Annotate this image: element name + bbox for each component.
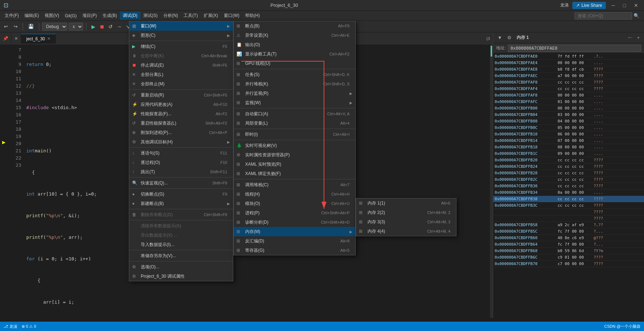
menu-build[interactable]: 生成(B) [100,12,120,20]
git-branch[interactable]: ⎇ 龙湍 [4,324,17,329]
win-locals[interactable]: ⊞ 局部变量(L) Alt+4 [234,118,355,128]
menu-edit[interactable]: 编辑(E) [22,12,42,20]
menu-toggle-bp[interactable]: ● 切换断点(G) F9 [129,189,233,199]
memory-row: 0x000000A7CBDFFAE07f fd ff ff .?.. [493,53,644,60]
win-call-stack[interactable]: ⊞ 调用堆栈(C) Alt+7 [234,180,355,189]
menu-step-out[interactable]: ↑ 跳出(T) Shift+F11 [129,167,233,176]
menu-project[interactable]: 项目(P) [80,12,100,20]
menu-stop-debug[interactable]: ⏹ 停止调试(E) Shift+F5 [129,61,233,70]
win-breakpoints[interactable]: ⊞ 断点(B) Alt+F9 [234,21,355,31]
close-tab[interactable]: ✕ [12,34,21,43]
menu-attach-process[interactable]: ⊕ 附加到进程(P)... Ctrl+Alt+P [129,128,233,137]
menu-tools[interactable]: 工具(T) [181,12,201,20]
step-over-button[interactable]: → [115,23,123,31]
menu-detach-all[interactable]: ✕ 全部分离(L) [129,70,233,79]
restart-button[interactable]: ↺ [107,23,114,31]
scroll-info: (3 [483,36,493,41]
menu-git[interactable]: Git(G) [62,12,80,19]
search-input[interactable] [575,12,632,19]
win-live-visual[interactable]: 🌲 实时可视化树(V) [234,141,355,150]
menu-apply-code[interactable]: ⚡ 应用代码更改(A) Alt+F10 [129,100,233,109]
win-autos[interactable]: ⊞ 自动窗口(A) Ctrl+Alt+V, A [234,109,355,118]
search-icon[interactable]: 🔍 [634,13,639,18]
win-diag-tools[interactable]: 📊 显示诊断工具(T) Ctrl+Alt+F2 [234,49,355,59]
win-gpu-threads[interactable]: ⊞ GPU 线程(U) [234,59,355,68]
memory-1[interactable]: ⊞ 内存 1(1) Alt+6 [356,198,456,208]
menu-test[interactable]: 测试(S) [140,12,161,20]
menu-graphics-item[interactable]: ◈ 图形(C) [129,31,233,40]
memory-dropdown-icon[interactable]: ▼ [496,34,504,41]
memory-submenu[interactable]: ⊞ 内存 1(1) Alt+6 ⊞ 内存 2(2) Ctrl+Alt+M, 2 … [356,198,456,236]
menu-restart[interactable]: ↺ 重新启动(R) Ctrl+Shift+F5 [129,90,233,100]
menu-break-all[interactable]: ⏸ 全部中断(K) Ctrl+Alt+Break [129,51,233,61]
memory-settings-icon[interactable]: ⚙ [506,34,513,41]
menu-save-dump[interactable]: 将储存另存为(V)... [129,251,233,260]
file-tab[interactable]: ject_6_30 ✕ [21,34,56,44]
win-memory[interactable]: ⊞ 内存(M) [234,227,355,236]
menu-options[interactable]: ⚙ 选项(O)... [129,262,233,272]
menu-other-targets[interactable]: ⚙ 其他调试目标(H) [129,137,233,147]
menu-step-over[interactable]: ↓ 逐过程(O) F10 [129,158,233,167]
win-threads[interactable]: ⊞ 线程(H) Ctrl+Alt+H [234,189,355,199]
memory-2[interactable]: ⊞ 内存 2(2) Ctrl+Alt+M, 2 [356,208,456,217]
menu-delete-all-bp[interactable]: 🗑 删除所有断点(D) Ctrl+Shift+F9 [129,210,233,219]
win-parallel-watch[interactable]: ⊞ 并行监视(R) [234,89,355,98]
win-immediate[interactable]: ⊞ 即时(I) Ctrl+Alt+I [234,130,355,139]
win-diag-analysis[interactable]: ⊞ 诊断分析(D) Ctrl+Shift+Alt+D [234,218,355,227]
menu-view[interactable]: 视图(V) [42,12,62,20]
win-xaml-binding[interactable]: ⊞ XAML 绑定失败(F) [234,169,355,178]
memory-content[interactable]: 0x000000A7CBDFFAE07f fd ff ff .?..0x0000… [493,53,644,318]
memory-add-btn[interactable]: + [635,34,641,41]
menu-import-datatips[interactable]: 导入数据提示(I)... [129,240,233,249]
live-share-button[interactable]: ↗ Live Share [572,2,605,9]
win-output[interactable]: 📋 输出(O) [234,40,355,49]
address-input[interactable] [508,45,641,52]
win-live-props[interactable]: ⚙ 实时属性资源管理器(P) [234,150,355,160]
menu-perf-profiler[interactable]: ⚡ 性能探查器(F)... Alt+F2 [129,109,233,118]
platform-select[interactable]: x64 [69,23,83,31]
debug-config-select[interactable]: Debug [42,23,67,31]
tab-close-icon[interactable]: ✕ [47,36,50,41]
memory-3[interactable]: ⊞ 内存 3(3) Ctrl+Alt+M, 3 [356,217,456,227]
menu-step-into[interactable]: ↓ 逐语句(S) F11 [129,148,233,158]
win-disassembly[interactable]: ⊞ 反汇编(D) Alt+8 [234,236,355,246]
memory-4[interactable]: ⊞ 内存 4(4) Ctrl+Alt+M, 4 [356,227,456,236]
win-xaml-preview[interactable]: ⊞ XAML 实时预览(R) [234,160,355,169]
pin-tab[interactable]: 📌 [0,34,12,43]
menu-export-datatips[interactable]: 导出数据提示(X) ... [129,231,233,240]
win-parallel-stacks[interactable]: ⊞ 并行堆栈(K) Ctrl+Shift+D, S [234,79,355,89]
menu-debug[interactable]: 调试(D) [120,12,140,20]
memory-row: 0x000000A7CBDFFB28cc cc cc cc ???? [493,170,644,176]
menu-new-bp[interactable]: ● 新建断点(B) [129,199,233,208]
toolbar-undo[interactable]: ↩ [2,23,10,30]
window-submenu[interactable]: ⊞ 断点(B) Alt+F9 ⚠ 异常设置(X) Ctrl+Alt+E 📋 输出… [233,21,356,255]
menu-help[interactable]: 帮助(H) [242,12,263,20]
menu-terminate-all[interactable]: ✕ 全部终止(M) [129,79,233,89]
win-tasks[interactable]: ⊞ 任务(S) Ctrl+Shift+D, K [234,70,355,79]
menu-continue[interactable]: ▶ 继续(C) F5 [129,42,233,51]
menu-extensions[interactable]: 扩展(X) [201,12,221,20]
minimize-button[interactable]: ─ [609,2,617,9]
toolbar-save-all[interactable]: 💾 [26,23,36,30]
status-right: CSDN @一个小脑袋 [604,324,640,329]
win-registers[interactable]: ⊞ 寄存器(G) Alt+5 [234,246,355,255]
toolbar-redo[interactable]: ↪ [12,23,20,30]
menu-file[interactable]: 文件(F) [2,12,22,20]
menu-quick-watch[interactable]: 🔍 快速监视(Q)... Shift+F9 [129,178,233,188]
scroll-thumb[interactable] [491,46,492,57]
debug-dropdown-menu[interactable]: ▦ 窗口(W) ◈ 图形(C) ▶ 继续(C) F5 ⏸ 全部中断(K) Ctr… [129,21,233,281]
menu-analyze[interactable]: 分析(N) [161,12,181,20]
win-processes[interactable]: ⊞ 进程(P) Ctrl+Shift+Alt+P [234,208,355,218]
win-watch[interactable]: ⊞ 监视(W) [234,98,355,107]
win-exception-settings[interactable]: ⚠ 异常设置(X) Ctrl+Alt+E [234,31,355,40]
continue-button[interactable]: ▶ [89,23,97,31]
menu-debug-props[interactable]: ⚙ Project_6_30 调试属性 [129,272,233,281]
win-modules[interactable]: ⊞ 模块(O) Ctrl+Alt+U [234,199,355,208]
stop-button[interactable]: ⏹ [98,23,106,31]
menu-restart-profiler[interactable]: ↺ 重启性能探查器(L) Shift+Alt+F2 [129,118,233,128]
menu-window[interactable]: 窗口(W) [221,12,242,20]
maximize-button[interactable]: □ [621,2,628,9]
menu-clear-datatips[interactable]: 清除所有数据提示(A) [129,221,233,231]
close-button[interactable]: ✕ [632,2,640,9]
menu-window-item[interactable]: ▦ 窗口(W) [129,21,233,31]
